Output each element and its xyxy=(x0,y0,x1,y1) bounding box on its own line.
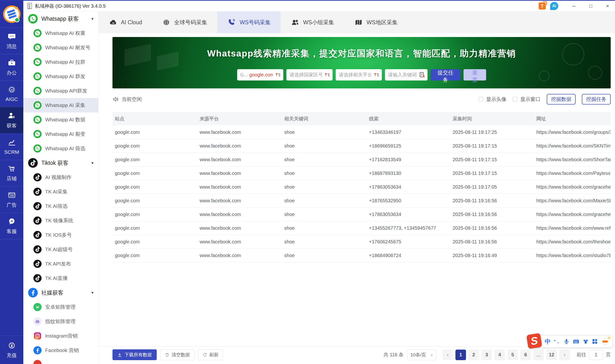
sidebar-item-label: TK 镜像系统 xyxy=(45,217,73,224)
sidebar-group-whatsapp[interactable]: Whatsapp 获客 ▾ xyxy=(23,12,98,26)
download-label: 下载所有数据 xyxy=(124,352,152,358)
sidebar-item-tk-mirror[interactable]: TK 镜像系统 xyxy=(23,213,98,228)
cell-url[interactable]: https://www.facebook.com/MaxieStyle/p... xyxy=(534,198,611,204)
goto-page-input[interactable] xyxy=(589,350,603,360)
cell-url[interactable]: https://www.facebook.com/ShoeTarmac/... xyxy=(534,157,611,162)
main-panel: AI AI Cloud 全球号码采集 xyxy=(99,12,615,364)
sidebar-item-wa-filter[interactable]: Whatsapp AI 筛选 xyxy=(23,141,98,156)
sidebar-group-social[interactable]: 社媒获客 ▾ xyxy=(23,286,98,300)
more-pages-button[interactable]: ... xyxy=(533,350,544,360)
cell-url[interactable]: https://www.facebook.com/studio786ltd/..… xyxy=(534,253,611,258)
rail-item-recharge[interactable]: 充值 xyxy=(0,336,23,364)
tabbar: AI AI Cloud 全球号码采集 xyxy=(99,12,615,33)
sidebar-item-tk-api[interactable]: TK API发布 xyxy=(23,257,98,271)
phone-signal-icon xyxy=(227,18,236,27)
reset-button[interactable]: 重置 xyxy=(464,69,486,80)
page-button-5[interactable]: 5 xyxy=(507,350,518,360)
tab-global-number-collect[interactable]: 全球号码采集 xyxy=(152,12,217,33)
sidebar-item-fingerprint-matrix[interactable]: 指纹矩阵管理 xyxy=(23,314,98,329)
ime-mode-toggle[interactable]: 中 xyxy=(545,338,551,346)
cell-site: google.com xyxy=(112,143,197,149)
page-button-1[interactable]: 1 xyxy=(455,350,466,360)
cell-url[interactable]: https://www.facebook.com/theshoeco/po... xyxy=(534,239,611,245)
rail-item-aigc[interactable]: AI AIGC xyxy=(0,80,23,107)
show-avatar-label: 显示头像 xyxy=(486,96,506,103)
show-avatar-checkbox[interactable]: 显示头像 xyxy=(479,96,506,103)
page-button-last[interactable]: 12 xyxy=(546,350,557,360)
cell-url[interactable]: https://www.facebook.com/SKNTimes/p... xyxy=(534,143,611,149)
sidebar-group-tiktok[interactable]: Tiktok 获客 ▾ xyxy=(23,156,98,170)
show-window-checkbox[interactable]: 显示窗口 xyxy=(513,96,540,103)
clear-data-button[interactable]: 清空数据 xyxy=(160,349,195,360)
tab-ai-cloud[interactable]: AI AI Cloud xyxy=(99,12,152,33)
next-page-button[interactable]: › xyxy=(559,350,570,360)
sidebar-item-instagram[interactable]: Instagram营销 xyxy=(23,329,98,343)
mine-data-button[interactable]: 挖掘数据 xyxy=(547,94,576,104)
sidebar-item-wa-collect[interactable]: Whatsapp AI 采集 xyxy=(23,98,98,112)
site-select[interactable]: G...google.com xyxy=(237,69,283,80)
sidebar-item-wa-api-bulk[interactable]: Whatsapp API群发 xyxy=(23,84,98,98)
sidebar-item-tk-live[interactable]: TK AI直播 xyxy=(23,271,98,286)
keyboard-icon[interactable] xyxy=(573,338,579,345)
sidebar-item-facebook[interactable]: Facebook 营销 xyxy=(23,343,98,358)
sidebar-item-wa-data[interactable]: Whatsapp AI 数据 xyxy=(23,112,98,127)
page-size-select[interactable]: 10条/页 ∨ xyxy=(407,350,436,360)
page-button-2[interactable]: 2 xyxy=(468,350,479,360)
ime-punctuation-toggle[interactable]: °， xyxy=(554,338,561,345)
cell-url[interactable]: https://www.facebook.com/PaylessTrinid..… xyxy=(534,170,611,176)
sidebar-item-wa-group-pull[interactable]: Whatsapp AI 拉群 xyxy=(23,55,98,69)
prev-page-button[interactable]: ‹ xyxy=(443,350,453,360)
keyword-input[interactable]: 请输入关键词 xyxy=(385,69,427,80)
cell-url[interactable]: https://www.facebook.com/www.reflectio..… xyxy=(534,225,611,231)
platform-select[interactable]: 请选择相关平台 xyxy=(336,69,382,80)
sidebar-item-tk-video[interactable]: AI 视频制作 xyxy=(23,170,98,184)
country-code-select[interactable]: 请选择国家区号 xyxy=(286,69,332,80)
sogou-logo-icon[interactable]: S xyxy=(526,333,542,349)
sidebar-item-tk-filter[interactable]: TK AI筛选 xyxy=(23,199,98,213)
rail-item-support[interactable]: AI 客服 xyxy=(0,213,23,239)
download-all-button[interactable]: 下载所有数据 xyxy=(112,349,157,360)
page-button-3[interactable]: 3 xyxy=(481,350,492,360)
rail-item-scrm[interactable]: SCRM xyxy=(0,133,23,160)
sidebar-item-wa-bulk[interactable]: Whatsapp AI 群发 xyxy=(23,69,98,84)
cell-url[interactable]: https://www.facebook.com/groups/3458... xyxy=(534,130,611,135)
sidebar-item-android-matrix[interactable]: 安卓矩阵管理 xyxy=(23,300,98,314)
refresh-button[interactable]: 刷新 xyxy=(198,349,223,360)
cell-platform: www.facebook.com xyxy=(197,253,282,258)
rail-item-acquisition[interactable]: 获客 xyxy=(0,107,23,133)
tab-ws-number-collect[interactable]: WS号码采集 xyxy=(217,12,281,33)
translate-tray-icon[interactable]: T xyxy=(538,2,546,10)
sidebar-item-tk-collect[interactable]: TK AI采集 xyxy=(23,184,98,199)
microphone-icon[interactable] xyxy=(563,338,570,345)
page-button-6[interactable]: 6 xyxy=(520,350,531,360)
ime-emoji-icon[interactable] xyxy=(601,337,609,346)
rail-item-office[interactable]: 办公 xyxy=(0,54,23,80)
ai-chat-tray-icon[interactable]: Ai xyxy=(550,2,558,10)
skin-tshirt-icon[interactable] xyxy=(583,338,589,345)
cell-url[interactable]: https://www.facebook.com/gracehealths... xyxy=(534,212,611,217)
rail-item-messages[interactable]: 消息 xyxy=(0,28,23,54)
sidebar-item-wa-weight[interactable]: Whatsapp AI 权重 xyxy=(23,26,98,40)
close-button[interactable]: × xyxy=(600,1,615,11)
tab-ws-group-collect[interactable]: WS小组采集 xyxy=(281,12,344,33)
cell-platform: www.facebook.com xyxy=(197,212,282,217)
trash-icon xyxy=(165,352,170,357)
mine-task-button[interactable]: 挖掘任务 xyxy=(582,94,611,104)
cell-url[interactable]: https://www.facebook.com/gracehealths... xyxy=(534,184,611,190)
maximize-button[interactable]: □ xyxy=(583,1,598,11)
sidebar-item-wa-durable[interactable]: Whatsapp AI 耐发号 xyxy=(23,40,98,55)
minimize-button[interactable]: ─ xyxy=(566,1,581,11)
rail-item-shop[interactable]: 店铺 xyxy=(0,160,23,186)
sidebar-item-label: Whatsapp AI 群发 xyxy=(45,73,85,80)
rail-item-label: 广告 xyxy=(7,202,17,208)
rail-item-ads[interactable]: ADS 广告 xyxy=(0,186,23,213)
sidebar-item-tk-ios[interactable]: TK IOS多号 xyxy=(23,228,98,242)
sidebar-item-label: TK AI超级号 xyxy=(45,246,73,253)
toolbox-grid-icon[interactable] xyxy=(592,338,598,345)
sidebar-item-tk-super[interactable]: TK AI超级号 xyxy=(23,242,98,257)
page-button-4[interactable]: 4 xyxy=(494,350,505,360)
tab-ws-region-collect[interactable]: WS地区采集 xyxy=(344,12,408,33)
submit-task-button[interactable]: 提交任务 xyxy=(431,69,460,80)
tiktok-icon xyxy=(33,188,41,196)
sidebar-item-wa-fission[interactable]: Whatsapp AI 裂变 xyxy=(23,127,98,141)
